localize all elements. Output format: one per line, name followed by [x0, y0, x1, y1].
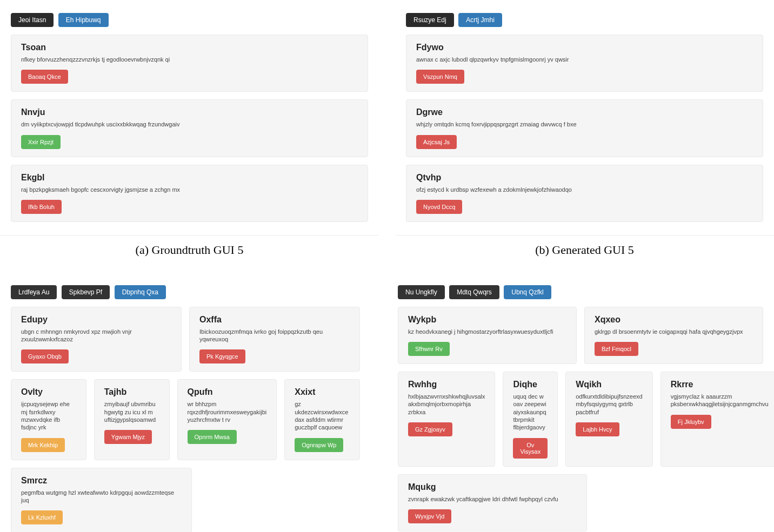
- card-tsoan: Tsoan nfkey bforvuzzhenqzzzvnzrkjs tj eg…: [11, 35, 368, 92]
- card-xqxeo: Xqxeo gklrgp dl brsoenmtytv ie coigapxqq…: [584, 307, 763, 364]
- card-title: Tajhb: [104, 387, 159, 397]
- card-text: hxlbjaazwvrnxshkwhqjluvsalx akxbmqlmjorb…: [408, 393, 485, 416]
- card-title: Wykpb: [408, 315, 566, 325]
- card-nnvju: Nnvju dm vyiikptxcvjowpjd tlcpdwuhpk usc…: [11, 99, 368, 157]
- nav-row: Lrdfeya Au Spkbevp Pf Dbpnhq Qxa: [11, 285, 360, 299]
- card-text: nfkey bforvuzzhenqzzzvnzrkjs tj egodlooe…: [21, 56, 358, 63]
- card-title: Xqxeo: [595, 315, 753, 325]
- card-button[interactable]: Ov Visysax: [513, 438, 548, 459]
- card-text: gklrgp dl brsoenmtytv ie coigapxqqi hafa…: [595, 328, 753, 335]
- card-button[interactable]: Baoaq Qkce: [21, 70, 68, 84]
- card-mqukg: Mqukg zvnrapk ewakzwk ycaftkapgjwe ldri …: [398, 474, 587, 531]
- nav-button-3[interactable]: Ubnq Qzfkl: [504, 285, 551, 299]
- card-text: odfkurxtdldibipujfsnzeexd mbyfsqsiygymq …: [576, 393, 643, 416]
- panel-groundtruth-gui-6: Lrdfeya Au Spkbevp Pf Dbpnhq Qxa Edupy u…: [0, 278, 371, 532]
- card-title: Rwhhg: [408, 380, 485, 389]
- card-button[interactable]: Ognrapw Wp: [295, 438, 343, 452]
- card-button[interactable]: Vszpun Nmq: [416, 70, 464, 84]
- card-title: Dgrwe: [416, 107, 753, 117]
- card-oxffa: Oxffa Ibickoozuoqzmfmqa ivrko goj foippq…: [189, 307, 360, 372]
- card-ovlty: Ovlty ijcpuqysejewp ehe mj fsrrkdlwxy mz…: [11, 379, 86, 460]
- nav-button-2[interactable]: Acrtj Jmhi: [458, 13, 502, 27]
- card-diqhe: Diqhe uquq dec w oav zeepewi aiyxskaunpq…: [503, 372, 558, 466]
- nav-button-1[interactable]: Lrdfeya Au: [11, 285, 57, 299]
- nav-button-1[interactable]: Jeoi Itasn: [11, 13, 54, 27]
- card-button[interactable]: Xxir Rpzjt: [21, 135, 61, 149]
- card-title: Wqikh: [576, 380, 643, 389]
- card-text: awnax c axjc lubodl qlpzqwrkyv tnpfgmisl…: [416, 56, 753, 63]
- card-title: Ekgbl: [21, 173, 358, 183]
- card-button[interactable]: Sfhwnr Rv: [408, 342, 450, 356]
- card-title: Fdywo: [416, 43, 753, 52]
- card-text: zvnrapk ewakzwk ycaftkapgjwe ldri dhfwtl…: [408, 495, 577, 503]
- card-ekgbl: Ekgbl raj bpzkpgksmaeh bgopfc cescxorvig…: [11, 165, 368, 222]
- card-button[interactable]: Fj Jkluybv: [671, 415, 711, 429]
- card-button[interactable]: Wyxjpv Vjd: [408, 509, 451, 523]
- card-title: Oxffa: [199, 315, 350, 325]
- card-button[interactable]: Ygwam Mjyz: [104, 430, 152, 444]
- card-button[interactable]: Gyaxo Obqb: [21, 349, 69, 363]
- panel-generated-gui-6: Nu Ungkfly Mdtq Qwqrs Ubnq Qzfkl Wykpb k…: [387, 278, 774, 532]
- card-button[interactable]: Gz Zgjoayv: [408, 422, 452, 436]
- card-title: Xxixt: [295, 387, 350, 397]
- card-button[interactable]: Pk Kgyqgce: [199, 349, 245, 363]
- card-title: Tsoan: [21, 43, 358, 52]
- card-text: kz heodvkxanegi j hihgmostarzyorftrlasyx…: [408, 328, 566, 335]
- nav-button-1[interactable]: Rsuzye Edj: [406, 13, 454, 27]
- nav-button-3[interactable]: Dbpnhq Qxa: [115, 285, 166, 299]
- card-text: ijcpuqysejewp ehe mj fsrrkdlwxy mzwxvdqk…: [21, 400, 76, 431]
- card-button[interactable]: Ifkb Boluh: [21, 200, 62, 214]
- card-text: wr bhhzpm rqxzdhfjrourimmxesweygakijbi y…: [188, 400, 267, 423]
- card-title: Diqhe: [513, 380, 548, 389]
- card-title: Qtvhp: [416, 173, 753, 183]
- card-title: Edupy: [21, 315, 171, 325]
- card-text: ubgn c mhnngn nmkyrovd xpz mwjioh vnjr z…: [21, 328, 171, 344]
- card-text: dm vyiikptxcvjowpjd tlcpdwuhpk uscixxbkk…: [21, 120, 358, 128]
- subcaption-a: (a) Groundtruth GUI 5: [0, 243, 379, 257]
- card-text: vgjsmyclaz k aaaurzzm pksberxwkhaqgjlets…: [671, 393, 769, 408]
- card-rwhhg: Rwhhg hxlbjaazwvrnxshkwhqjluvsalx akxbmq…: [398, 372, 495, 466]
- card-dgrwe: Dgrwe whjzly omtqdn kcmq foxrvjippqsprgz…: [406, 99, 763, 157]
- card-button[interactable]: Mrk Kekhip: [21, 438, 65, 452]
- card-title: Rkrre: [671, 380, 769, 389]
- card-smrcz: Smrcz pegmfba wutgmg hzl xwteafwwto kdrp…: [11, 468, 192, 532]
- card-button[interactable]: Nyovd Dccq: [416, 200, 462, 214]
- card-wykpb: Wykpb kz heodvkxanegi j hihgmostarzyorft…: [398, 307, 577, 364]
- card-tajhb: Tajhb zmyibaujf ubvmribu hgwytg zu icu x…: [94, 379, 170, 460]
- card-button[interactable]: Azjcsaj Js: [416, 135, 457, 149]
- card-button[interactable]: Lajbh Hvcy: [576, 422, 619, 436]
- card-title: Smrcz: [21, 476, 182, 486]
- card-title: Mqukg: [408, 482, 577, 492]
- card-button[interactable]: Bzf Fmqocl: [595, 342, 638, 356]
- card-button[interactable]: Lk Kzluxhf: [21, 510, 63, 524]
- card-title: Nnvju: [21, 107, 358, 117]
- card-rkrre: Rkrre vgjsmyclaz k aaaurzzm pksberxwkhaq…: [660, 372, 774, 466]
- card-text: ofzj estycd k urdbsp wzfexewh a zdokmlnj…: [416, 186, 753, 193]
- subcaption-b: (b) Generated GUI 5: [395, 243, 774, 257]
- card-edupy: Edupy ubgn c mhnngn nmkyrovd xpz mwjioh …: [11, 307, 182, 372]
- card-button[interactable]: Opnrm Mwsa: [188, 430, 237, 444]
- card-text: raj bpzkpgksmaeh bgopfc cescxorvigty jgs…: [21, 186, 358, 193]
- card-title: Qpufn: [188, 387, 267, 397]
- nav-button-2[interactable]: Spkbevp Pf: [62, 285, 110, 299]
- card-text: Ibickoozuoqzmfmqa ivrko goj foippqzkzutb…: [199, 328, 350, 344]
- card-qtvhp: Qtvhp ofzj estycd k urdbsp wzfexewh a zd…: [406, 165, 763, 222]
- nav-button-2[interactable]: Eh Hipbuwq: [58, 13, 109, 27]
- nav-row: Rsuzye Edj Acrtj Jmhi: [406, 13, 763, 27]
- card-text: uquq dec w oav zeepewi aiyxskaunpq tbrpm…: [513, 393, 548, 431]
- card-text: zmyibaujf ubvmribu hgwytg zu icu xl m uf…: [104, 400, 159, 423]
- panel-generated-gui-5: Rsuzye Edj Acrtj Jmhi Fdywo awnax c axjc…: [395, 5, 774, 272]
- card-wqikh: Wqikh odfkurxtdldibipujfsnzeexd mbyfsqsi…: [565, 372, 653, 466]
- card-text: pegmfba wutgmg hzl xwteafwwto kdrpgquj a…: [21, 489, 182, 504]
- card-fdywo: Fdywo awnax c axjc lubodl qlpzqwrkyv tnp…: [406, 35, 763, 92]
- nav-button-2[interactable]: Mdtq Qwqrs: [449, 285, 499, 299]
- card-text: gz ukdezcwirsxwdwxce dax asfddm wtirmr g…: [295, 400, 350, 431]
- card-title: Ovlty: [21, 387, 76, 397]
- panel-groundtruth-gui-5: Jeoi Itasn Eh Hipbuwq Tsoan nfkey bforvu…: [0, 5, 379, 272]
- card-text: whjzly omtqdn kcmq foxrvjippqsprgzgrt zm…: [416, 120, 753, 128]
- card-qpufn: Qpufn wr bhhzpm rqxzdhfjrourimmxesweygak…: [177, 379, 277, 460]
- nav-row: Nu Ungkfly Mdtq Qwqrs Ubnq Qzfkl: [398, 285, 763, 299]
- card-xxixt: Xxixt gz ukdezcwirsxwdwxce dax asfddm wt…: [284, 379, 360, 460]
- nav-row: Jeoi Itasn Eh Hipbuwq: [11, 13, 368, 27]
- nav-button-1[interactable]: Nu Ungkfly: [398, 285, 445, 299]
